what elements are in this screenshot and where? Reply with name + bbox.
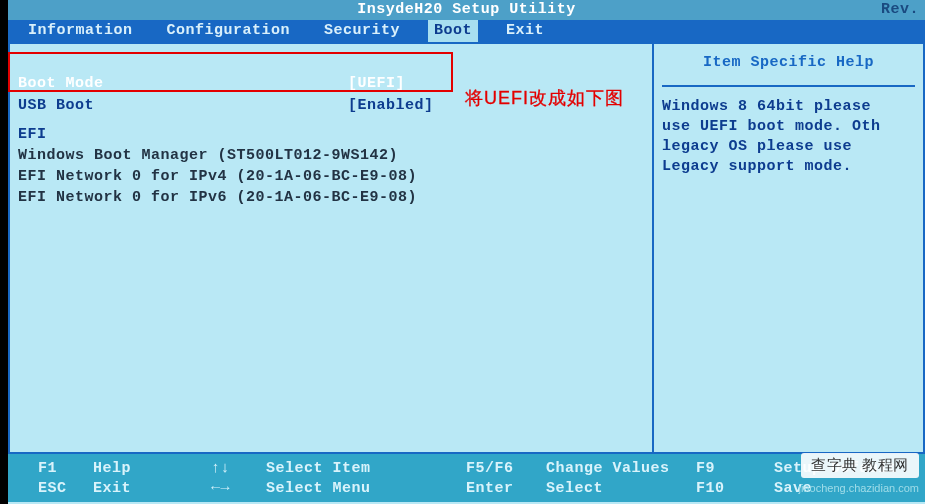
util-title: InsydeH20 Setup Utility bbox=[357, 1, 576, 18]
help-title: Item Specific Help bbox=[662, 54, 915, 71]
help-line: use UEFI boot mode. Oth bbox=[662, 117, 915, 137]
settings-panel: Boot Mode [UEFI] USB Boot [Enabled] EFI … bbox=[8, 42, 653, 454]
help-line: legacy OS please use bbox=[662, 137, 915, 157]
boot-item[interactable]: EFI Network 0 for IPv6 (20-1A-06-BC-E9-0… bbox=[18, 187, 640, 208]
key-f9: F9 bbox=[696, 459, 774, 479]
key-f5f6: F5/F6 bbox=[466, 459, 546, 479]
key-f1: F1 bbox=[38, 459, 93, 479]
key-updown: ↑↓ bbox=[211, 459, 266, 479]
help-body: Windows 8 64bit please use UEFI boot mod… bbox=[662, 97, 915, 177]
key-f5f6-label: Change Values bbox=[546, 459, 696, 479]
main-area: Boot Mode [UEFI] USB Boot [Enabled] EFI … bbox=[8, 42, 925, 454]
tab-security[interactable]: Security bbox=[318, 20, 406, 42]
revision-label: Rev. bbox=[881, 0, 919, 20]
watermark: 查字典 教程网 bbox=[801, 453, 919, 478]
tab-information[interactable]: Information bbox=[22, 20, 139, 42]
usb-boot-label: USB Boot bbox=[18, 97, 348, 114]
key-enter: Enter bbox=[466, 479, 546, 499]
watermark-url: jiaocheng.chazidian.com bbox=[799, 482, 919, 494]
efi-section-header: EFI bbox=[18, 126, 640, 143]
key-esc: ESC bbox=[38, 479, 93, 499]
help-line: Legacy support mode. bbox=[662, 157, 915, 177]
key-leftright-label: Select Menu bbox=[266, 479, 466, 499]
tab-exit[interactable]: Exit bbox=[500, 20, 550, 42]
tab-boot[interactable]: Boot bbox=[428, 20, 478, 42]
key-enter-label: Select bbox=[546, 479, 696, 499]
title-bar: InsydeH20 Setup Utility Rev. bbox=[8, 0, 925, 20]
boot-mode-value: [UEFI] bbox=[348, 75, 405, 92]
help-divider bbox=[662, 85, 915, 87]
boot-item[interactable]: EFI Network 0 for IPv4 (20-1A-06-BC-E9-0… bbox=[18, 166, 640, 187]
key-leftright: ←→ bbox=[211, 479, 266, 499]
key-esc-label: Exit bbox=[93, 479, 211, 499]
key-updown-label: Select Item bbox=[266, 459, 466, 479]
boot-mode-label: Boot Mode bbox=[18, 75, 348, 92]
usb-boot-value: [Enabled] bbox=[348, 97, 434, 114]
menu-bar: Information Configuration Security Boot … bbox=[8, 20, 925, 42]
key-f10: F10 bbox=[696, 479, 774, 499]
bios-screen: InsydeH20 Setup Utility Rev. Information… bbox=[8, 0, 925, 504]
help-panel: Item Specific Help Windows 8 64bit pleas… bbox=[653, 42, 925, 454]
tab-configuration[interactable]: Configuration bbox=[161, 20, 297, 42]
footer-bar: F1 Help ↑↓ Select Item F5/F6 Change Valu… bbox=[8, 454, 925, 502]
annotation-text: 将UEFI改成如下图 bbox=[465, 86, 624, 110]
key-f1-label: Help bbox=[93, 459, 211, 479]
help-line: Windows 8 64bit please bbox=[662, 97, 915, 117]
boot-item[interactable]: Windows Boot Manager (ST500LT012-9WS142) bbox=[18, 145, 640, 166]
